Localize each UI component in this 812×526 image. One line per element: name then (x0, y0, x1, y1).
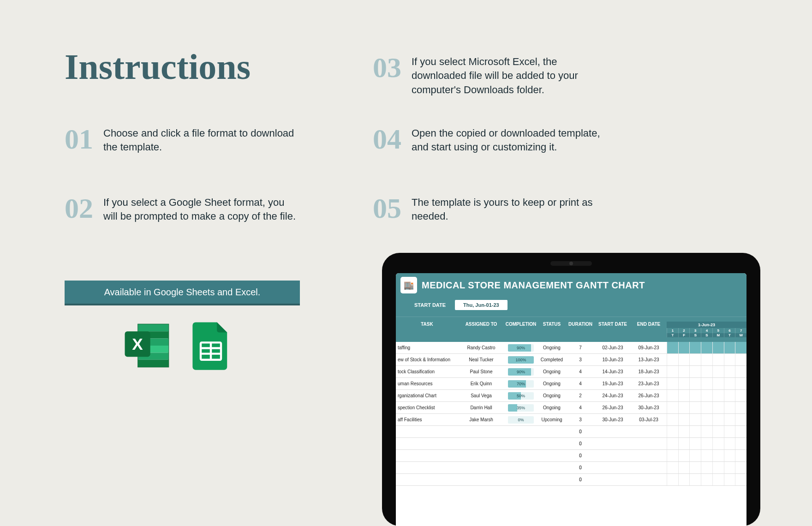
table-row: ew of Stock & InformationNeal Tucker100%… (396, 354, 746, 366)
start-date-row: START DATE Thu, Jun-01-23 (396, 297, 746, 317)
table-row-empty: 0 (396, 474, 746, 486)
col-completion: COMPLETION (504, 322, 537, 337)
table-row-empty: 0 (396, 462, 746, 474)
google-sheets-icon[interactable] (185, 320, 236, 371)
step-02: 02 If you select a Google Sheet format, … (65, 194, 297, 224)
gantt-weekday: T (724, 333, 735, 337)
table-row: spection ChecklistDarrin Hall35%Ongoing4… (396, 402, 746, 414)
excel-icon[interactable]: X (122, 320, 173, 371)
col-start-date: START DATE (595, 322, 631, 337)
column-headers: TASK ASSIGNED TO COMPLETION STATUS DURAT… (396, 317, 746, 342)
gantt-day: 4 (701, 328, 712, 333)
gantt-weekday: T (667, 333, 678, 337)
format-icons: X (122, 320, 236, 371)
step-number: 04 (373, 125, 401, 153)
gantt-day: 6 (724, 328, 735, 333)
gantt-day: 3 (689, 328, 701, 333)
col-duration: DURATION (566, 322, 595, 337)
step-05: 05 The template is yours to keep or prin… (373, 194, 605, 224)
start-date-value: Thu, Jun-01-23 (455, 300, 508, 310)
gantt-day: 5 (712, 328, 724, 333)
table-row-empty: 0 (396, 438, 746, 450)
gantt-weekday: W (735, 333, 746, 337)
step-text: If you select a Google Sheet format, you… (103, 194, 297, 224)
start-date-label: START DATE (414, 302, 446, 308)
gantt-weekday: S (701, 333, 712, 337)
step-number: 01 (65, 125, 93, 153)
step-number: 05 (373, 194, 401, 222)
gantt-weekday: M (712, 333, 724, 337)
col-task: TASK (396, 322, 458, 337)
step-number: 03 (373, 53, 401, 82)
sheet-header: 🏬 MEDICAL STORE MANAGEMENT GANTT CHART (396, 273, 746, 297)
table-row: uman ResourcesErik Quinn70%Ongoing419-Ju… (396, 378, 746, 390)
gantt-day: 7 (735, 328, 746, 333)
sheet-title: MEDICAL STORE MANAGEMENT GANTT CHART (422, 280, 645, 291)
sheet-logo-icon: 🏬 (400, 277, 417, 293)
spreadsheet-preview: 🏬 MEDICAL STORE MANAGEMENT GANTT CHART S… (396, 273, 746, 526)
svg-rect-1 (138, 324, 168, 331)
step-text: Choose and click a file format to downlo… (103, 125, 297, 155)
step-03: 03 If you select Microsoft Excel, the do… (373, 53, 605, 97)
col-assigned: ASSIGNED TO (458, 322, 504, 337)
table-row-empty: 0 (396, 450, 746, 462)
table-row: tock ClassificationPaul Stone90%Ongoing4… (396, 366, 746, 378)
page-title: Instructions (65, 46, 251, 88)
step-text: The template is yours to keep or print a… (412, 194, 605, 224)
step-04: 04 Open the copied or downloaded templat… (373, 125, 605, 155)
svg-text:X: X (132, 335, 143, 353)
tablet-camera-icon (569, 262, 573, 265)
gantt-weekday: F (678, 333, 690, 337)
gantt-day: 2 (678, 328, 690, 333)
col-status: STATUS (537, 322, 566, 337)
svg-rect-6 (138, 360, 168, 367)
table-row: rganizational ChartSaul Vega50%Ongoing22… (396, 390, 746, 402)
gantt-day: 1 (667, 328, 678, 333)
availability-banner: Available in Google Sheets and Excel. (65, 281, 300, 305)
step-number: 02 (65, 194, 93, 222)
table-row-empty: 0 (396, 426, 746, 438)
table-row: aff FacilitiesJake Marsh0%Upcoming330-Ju… (396, 414, 746, 426)
table-row: taffingRandy Castro90%Ongoing702-Jun-230… (396, 342, 746, 354)
gantt-month: 1-Jun-23 (667, 322, 746, 328)
tablet-mockup: 🏬 MEDICAL STORE MANAGEMENT GANTT CHART S… (382, 253, 760, 526)
gantt-weekday: S (689, 333, 701, 337)
step-01: 01 Choose and click a file format to dow… (65, 125, 297, 155)
step-text: If you select Microsoft Excel, the downl… (412, 53, 605, 97)
step-text: Open the copied or downloaded template, … (412, 125, 605, 155)
col-end-date: END DATE (631, 322, 667, 337)
gantt-header: 1-Jun-23 1234567 TFSSMTW (667, 322, 746, 337)
